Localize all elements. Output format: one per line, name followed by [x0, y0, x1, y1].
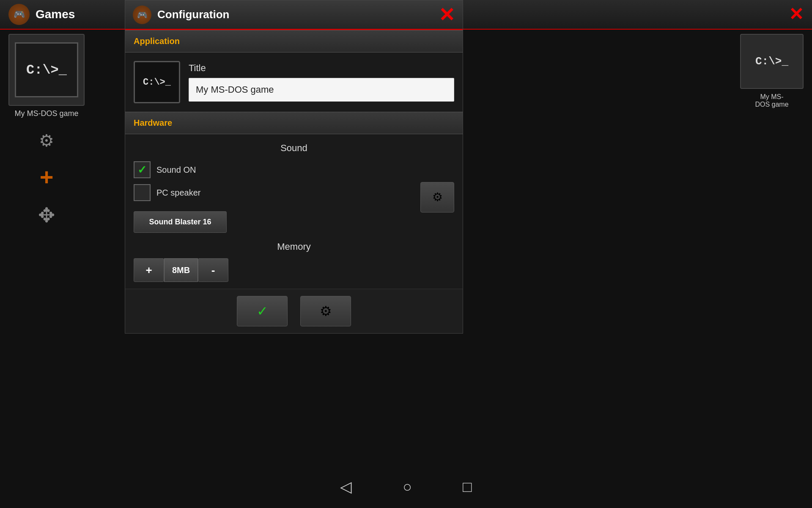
dialog-logo-icon: 🎮: [137, 10, 148, 20]
dos-icon: C:\>_: [15, 42, 78, 97]
footer-settings-icon: ⚙: [320, 303, 332, 319]
dialog-close-button[interactable]: ✕: [439, 5, 455, 25]
right-dos-icon[interactable]: C:\>_: [740, 34, 804, 89]
memory-plus-button[interactable]: +: [134, 258, 164, 282]
left-sidebar: C:\>_ My MS-DOS game ⚙ + ✥: [8, 34, 85, 227]
dialog-title: Configuration: [157, 8, 439, 21]
back-button[interactable]: ◁: [340, 478, 352, 496]
memory-minus-button[interactable]: -: [198, 258, 228, 282]
dialog-footer: ✓ ⚙: [125, 289, 463, 333]
hardware-section-header: Hardware: [125, 112, 463, 134]
dialog-header: 🎮 Configuration ✕: [125, 0, 463, 30]
recent-button[interactable]: □: [463, 478, 472, 496]
home-button[interactable]: ○: [403, 478, 412, 496]
memory-section: Memory + 8MB -: [134, 237, 454, 289]
sound-header: Sound: [134, 143, 454, 154]
sidebar-game-item[interactable]: C:\>_ My MS-DOS game: [8, 34, 85, 118]
hardware-section: Sound ✓ Sound ON PC speaker Sound Blaste…: [125, 134, 463, 289]
title-input[interactable]: [189, 78, 454, 102]
footer-settings-button[interactable]: ⚙: [300, 296, 351, 326]
confirm-button[interactable]: ✓: [237, 296, 288, 326]
bottom-nav: ◁ ○ □: [0, 466, 812, 508]
right-sidebar: C:\>_ My MS- DOS game: [740, 34, 804, 108]
sound-on-row: ✓ Sound ON: [134, 161, 227, 178]
add-game-icon[interactable]: +: [40, 163, 54, 190]
sound-blaster-button[interactable]: Sound Blaster 16: [134, 211, 227, 233]
memory-header: Memory: [134, 241, 454, 252]
right-game-label: My MS- DOS game: [755, 93, 788, 108]
move-icon[interactable]: ✥: [38, 203, 55, 227]
game-icon-box: C:\>_: [8, 34, 85, 106]
sound-settings-button[interactable]: ⚙: [420, 182, 454, 213]
sidebar-game-label: My MS-DOS game: [8, 109, 85, 118]
confirm-icon: ✓: [257, 303, 268, 319]
app-title-area: Title: [189, 63, 454, 102]
pc-speaker-label: PC speaker: [156, 188, 201, 198]
memory-controls: + 8MB -: [134, 258, 454, 282]
sound-left: ✓ Sound ON PC speaker Sound Blaster 16: [134, 161, 227, 233]
memory-value: 8MB: [164, 258, 198, 282]
sound-settings-icon: ⚙: [432, 190, 443, 204]
top-bar-logo-icon: 🎮: [14, 9, 25, 20]
top-bar-logo: 🎮: [8, 4, 30, 25]
sound-on-label: Sound ON: [156, 165, 196, 175]
title-label: Title: [189, 63, 454, 74]
top-bar-close-icon[interactable]: ✕: [789, 6, 804, 23]
dialog-logo: 🎮: [133, 6, 151, 24]
application-section-header: Application: [125, 30, 463, 52]
configuration-dialog: 🎮 Configuration ✕ Application C:\>_ Titl…: [125, 0, 463, 334]
app-dos-icon: C:\>_: [134, 61, 180, 103]
pc-speaker-row: PC speaker: [134, 184, 227, 201]
gear-icon[interactable]: ⚙: [39, 131, 54, 150]
sound-row: ✓ Sound ON PC speaker Sound Blaster 16 ⚙: [134, 161, 454, 237]
application-section: C:\>_ Title: [125, 52, 463, 112]
pc-speaker-checkbox[interactable]: [134, 184, 151, 201]
checkmark-icon: ✓: [137, 163, 147, 177]
sound-on-checkbox[interactable]: ✓: [134, 161, 151, 178]
